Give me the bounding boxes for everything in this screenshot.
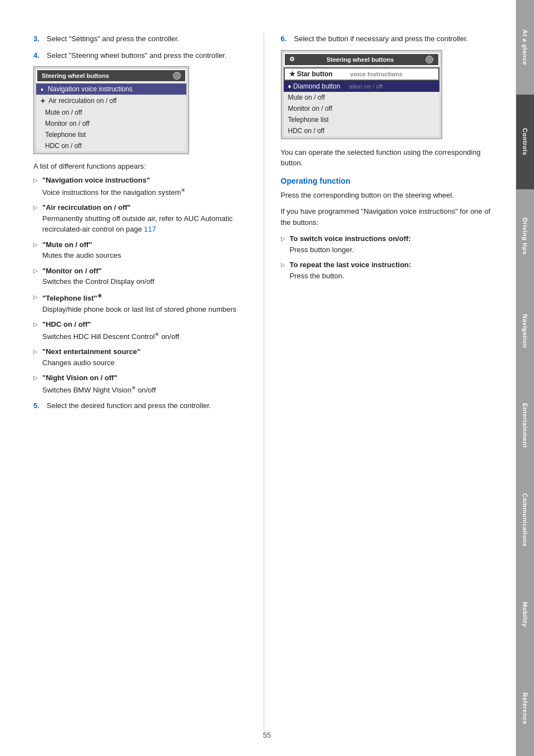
tab-controls[interactable]: Controls (516, 95, 534, 189)
monitor-text: Monitor on / off (288, 105, 333, 112)
tri-bullet: ▷ (281, 234, 286, 255)
list-item: ▷ "Next entertainment source" Changes au… (33, 346, 247, 368)
operating-para1: Press the corresponding button on the st… (281, 190, 495, 201)
bullet-title: "Air recirculation on / off" (42, 203, 131, 212)
step-3: 3. Select "Settings" and press the contr… (33, 33, 247, 45)
bullet-title: "Mute on / off" (42, 240, 92, 249)
screenshot1-title: Steering wheel buttons (42, 72, 109, 79)
screenshot2-title-icon: ⚙ (289, 56, 295, 63)
feature-list: ▷ "Navigation voice instructions" Voice … (33, 175, 247, 396)
screenshot2-title: Steering wheel buttons (327, 56, 394, 63)
step3-num: 3. (33, 33, 42, 45)
bullet-title: "Navigation voice instructions" (42, 176, 150, 184)
column-separator (264, 33, 264, 734)
screenshot2-star-row: ★ Star button voice Instructions (284, 67, 439, 81)
bullet-desc: Changes audio source (42, 359, 115, 367)
bullet-desc: Display/hide phone book or last list of … (42, 305, 236, 313)
mute-text: Mute on / off (288, 94, 325, 101)
side-tabs: At a glance Controls Driving tips Naviga… (516, 0, 534, 756)
tri-bullet: ▷ (33, 240, 39, 261)
tri-bullet: ▷ (33, 176, 39, 198)
page-number: 55 (263, 731, 271, 739)
main-content: 3. Select "Settings" and press the contr… (0, 0, 516, 756)
operating-sub-bullets: ▷ To switch voice instructions on/off: P… (281, 233, 495, 281)
sub-bullet-1-content: To switch voice instructions on/off: Pre… (290, 233, 495, 255)
diamond-label: ♦ Diamond button (288, 82, 349, 90)
screenshot1-row-2: Mute on / off (36, 107, 186, 118)
left-column: 3. Select "Settings" and press the contr… (33, 33, 247, 734)
operating-para2: If you have programmed "Navigation voice… (281, 206, 495, 228)
list-item: ▷ "Navigation voice instructions" Voice … (33, 175, 247, 198)
step5-text: Select the desired function and press th… (47, 400, 247, 411)
asterisk: ✳ (131, 385, 136, 391)
screenshot-steering-wheel-buttons: Steering wheel buttons ♦ Navigation voic… (33, 66, 189, 154)
sub-bullet-1: ▷ To switch voice instructions on/off: P… (281, 233, 495, 255)
screenshot1-row-4: Telephone list (36, 129, 186, 140)
settings-icon (173, 72, 181, 80)
tri-bullet: ▷ (33, 203, 39, 235)
screenshot2-row-tel: Telephone list (284, 114, 439, 125)
screenshot2-row-mute: Mute on / off (284, 92, 439, 103)
list-intro: A list of different functions appears: (33, 162, 247, 170)
sub-bullet-2: ▷ To repeat the last voice instruction: … (281, 259, 495, 281)
bullet-title: "Next entertainment source" (42, 347, 140, 356)
screenshot2-diamond-row: ♦ Diamond button ation on / off (284, 81, 439, 92)
bullet-title: "Monitor on / off" (42, 267, 102, 275)
bullet-content: "HDC on / off" Switches HDC Hill Descent… (42, 319, 247, 342)
screenshot1-row-3: Monitor on / off (36, 118, 186, 129)
tel-text: Telephone list (288, 116, 329, 124)
tab-at-a-glance[interactable]: At a glance (516, 0, 534, 95)
step4-text: Select "Steering wheel buttons" and pres… (47, 50, 247, 61)
step5-num: 5. (33, 400, 42, 411)
hdc-text: HDC on / off (288, 127, 325, 135)
list-item: ▷ "HDC on / off" Switches HDC Hill Desce… (33, 319, 247, 342)
bullet-desc: Switches the Control Display on/off (42, 277, 154, 286)
tab-reference[interactable]: Reference (516, 661, 534, 756)
asterisk: ✳ (155, 331, 159, 337)
tab-driving-tips[interactable]: Driving tips (516, 189, 534, 284)
sub-bullet-1-desc: Press button longer. (290, 246, 354, 254)
bullet-desc: Permanently shutting off outside air, re… (42, 214, 233, 234)
list-item: ▷ "Night Vision on / off" Switches BMW N… (33, 372, 247, 395)
asterisk: ✳ (97, 293, 102, 299)
tri-bullet: ▷ (33, 267, 39, 287)
diamond-value: ation on / off (349, 83, 383, 90)
row1-bullet: + (41, 96, 45, 105)
tab-communications[interactable]: Communications (516, 473, 534, 567)
list-item: ▷ "Air recirculation on / off" Permanent… (33, 202, 247, 235)
list-item: ▷ "Mute on / off" Mutes the audio source… (33, 239, 247, 261)
bullet-desc: Switches HDC Hill Descent Control✳ on/of… (42, 332, 179, 341)
bullet-content: "Mute on / off" Mutes the audio sources (42, 239, 247, 261)
tab-navigation[interactable]: Navigation (516, 283, 534, 378)
screenshot1-row-5: HDC on / off (36, 140, 186, 151)
bullet-content: "Navigation voice instructions" Voice in… (42, 175, 247, 198)
bullet-content: "Night Vision on / off" Switches BMW Nig… (42, 372, 247, 395)
step3-text: Select "Settings" and press the controll… (47, 33, 247, 45)
right-column: 6. Select the button if necessary and pr… (281, 33, 495, 734)
tri-bullet: ▷ (33, 293, 39, 315)
bullet-desc: Mutes the audio sources (42, 251, 121, 259)
screenshot2-steering-wheel: ⚙ Steering wheel buttons ★ Star button v… (281, 50, 442, 139)
bullet-content: "Monitor on / off" Switches the Control … (42, 266, 247, 287)
page-link[interactable]: 117 (144, 225, 156, 233)
tri-bullet: ▷ (33, 347, 39, 368)
step-6: 6. Select the button if necessary and pr… (281, 33, 495, 45)
tri-bullet: ▷ (33, 374, 39, 395)
row2-text: Mute on / off (45, 109, 82, 116)
tri-bullet: ▷ (33, 320, 39, 342)
screenshot1-row-1: + Air recirculation on / off (36, 95, 186, 107)
settings-icon-2 (426, 56, 433, 63)
star-value: voice Instructions (350, 71, 403, 77)
step-4: 4. Select "Steering wheel buttons" and p… (33, 50, 247, 61)
list-item: ▷ "Monitor on / off" Switches the Contro… (33, 266, 247, 287)
row0-text: Navigation voice instructions (48, 85, 132, 93)
screenshot2-row-monitor: Monitor on / off (284, 103, 439, 114)
bullet-title: "HDC on / off" (42, 320, 91, 328)
bullet-title: "Night Vision on / off" (42, 374, 117, 382)
tab-mobility[interactable]: Mobility (516, 567, 534, 662)
step4-num: 4. (33, 50, 42, 61)
tab-entertainment[interactable]: Entertainment (516, 378, 534, 473)
bullet-desc: Voice instructions for the navigation sy… (42, 188, 185, 197)
row4-text: Telephone list (45, 131, 86, 139)
right-caption: You can operate the selected function us… (281, 147, 495, 169)
